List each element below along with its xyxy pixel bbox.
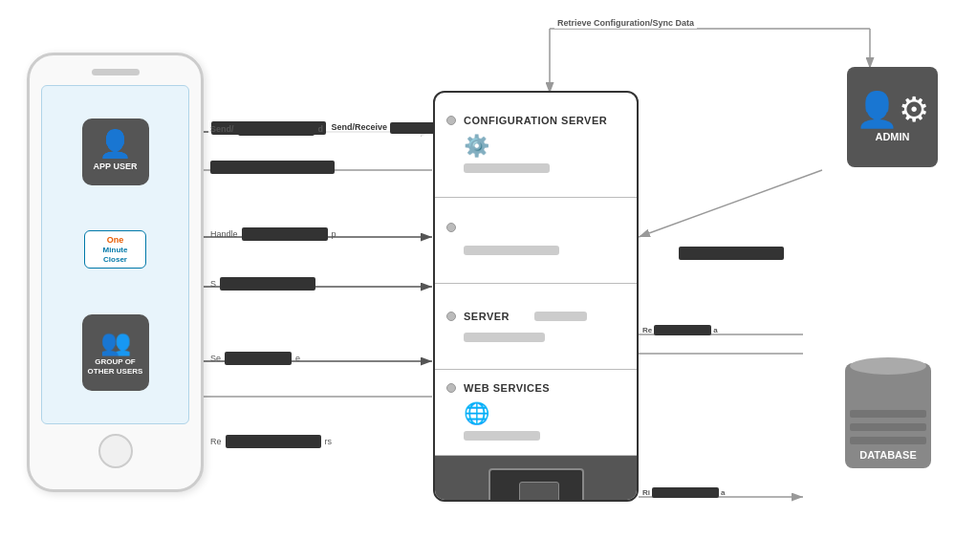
config-icon: ⚙️ <box>464 134 625 159</box>
config-server-header: CONFIGURATION SERVER <box>446 115 625 126</box>
omc-logo: One Minute Closer <box>84 230 146 269</box>
server-header: SERVER <box>446 309 625 324</box>
arrow-label-push <box>210 161 335 174</box>
server-dot <box>446 312 456 321</box>
admin-box: 👤⚙ ADMIN <box>847 67 938 167</box>
group-users-label: GROUP OFOTHER USERS <box>88 357 143 376</box>
arrow-label-send: Send/ d <box>210 122 323 136</box>
phone-speaker <box>92 69 140 75</box>
phone-home-button <box>98 434 133 468</box>
omc-text: One Minute Closer <box>103 235 128 264</box>
db-stripe-2 <box>850 423 926 431</box>
group-users-box: 👥 GROUP OFOTHER USERS <box>82 314 149 391</box>
app-user-box: 👤 APP USER <box>82 118 149 185</box>
config-bar-1 <box>464 163 550 173</box>
db-stripe-1 <box>850 410 926 418</box>
server-bottom-shape <box>488 468 584 503</box>
web-dot <box>446 383 456 393</box>
server-title: SERVER <box>464 311 510 322</box>
admin-label: ADMIN <box>875 131 909 142</box>
web-services-section: WEB SERVICES 🌐 <box>435 370 637 456</box>
app-user-icon: 👤 <box>98 131 132 158</box>
db-retrieve-label-1: Rea <box>642 325 718 335</box>
arrow-label-send2: S <box>210 277 315 291</box>
server-bar-1 <box>464 333 545 342</box>
web-services-header: WEB SERVICES <box>446 382 625 394</box>
middle-header <box>446 223 625 232</box>
server-panel: CONFIGURATION SERVER ⚙️ SERVER <box>433 91 639 502</box>
config-server-section: CONFIGURATION SERVER ⚙️ <box>435 93 637 198</box>
config-server-title: CONFIGURATION SERVER <box>464 115 607 126</box>
admin-icon: 👤⚙ <box>856 93 929 127</box>
middle-dot <box>446 223 456 232</box>
diagram-container: Retrieve Configuration/Sync Data 👤 APP U… <box>0 0 955 560</box>
arrow-label-send3: Se e <box>210 352 300 365</box>
mid-bar-1 <box>464 246 559 255</box>
server-bottom <box>435 456 637 502</box>
group-users-icon: 👥 <box>100 330 131 355</box>
arrow-label-receive: Re rs <box>210 435 332 448</box>
web-bar-1 <box>464 431 540 441</box>
database-label: DATABASE <box>859 449 916 461</box>
phone-screen: 👤 APP USER One Minute Closer 👥 GROUP OFO… <box>41 85 189 424</box>
middle-section <box>435 198 637 284</box>
arrow-label-group: Handle p <box>210 227 336 241</box>
db-retrieve-label-2: Ria <box>642 487 725 498</box>
svg-line-14 <box>639 170 822 237</box>
phone: 👤 APP USER One Minute Closer 👥 GROUP OFO… <box>27 53 204 492</box>
server-bar-inline <box>534 312 587 321</box>
app-user-label: APP USER <box>94 162 138 172</box>
config-dot <box>446 116 456 125</box>
admin-arrow-label <box>679 247 784 260</box>
web-icon: 🌐 <box>464 401 625 426</box>
web-services-title: WEB SERVICES <box>464 382 550 394</box>
db-cylinder: DATABASE <box>845 363 931 468</box>
db-stripe-3 <box>850 437 926 444</box>
server-section: SERVER <box>435 284 637 370</box>
top-arrow-label: Retrieve Configuration/Sync Data <box>554 17 697 29</box>
database-box: DATABASE <box>840 363 936 497</box>
